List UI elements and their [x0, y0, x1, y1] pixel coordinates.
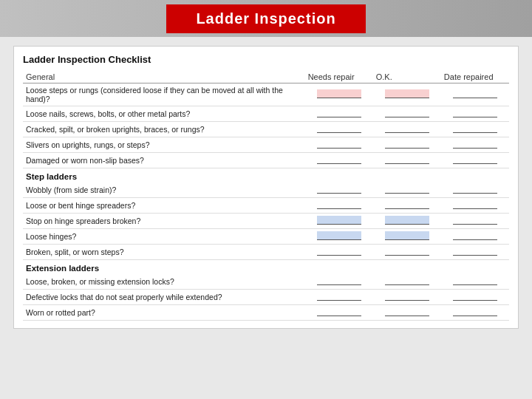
row-description: Stop on hinge spreaders broken? — [23, 214, 305, 229]
ok-field — [385, 155, 429, 164]
section-header: Extension ladders — [23, 260, 509, 275]
ok-field — [385, 216, 429, 225]
date-repaired-field — [453, 185, 497, 194]
ok-field — [385, 185, 429, 194]
needs-repair-cell — [305, 229, 373, 245]
table-row: Worn or rotted part? — [23, 305, 509, 321]
ok-cell — [373, 229, 441, 245]
needs-repair-cell — [305, 305, 373, 321]
date-repaired-cell — [441, 290, 509, 305]
table-row: Stop on hinge spreaders broken? — [23, 214, 509, 229]
needs-repair-field — [317, 124, 361, 133]
table-row: Cracked, spilt, or broken uprights, brac… — [23, 122, 509, 137]
needs-repair-cell — [305, 137, 373, 153]
row-description: Worn or rotted part? — [23, 305, 305, 321]
needs-repair-field — [317, 216, 361, 225]
inspection-table: General Needs repair O.K. Date repaired … — [23, 71, 509, 321]
needs-repair-field — [317, 109, 361, 117]
row-description: Cracked, spilt, or broken uprights, brac… — [23, 122, 305, 137]
col-needs-header: Needs repair — [305, 71, 373, 83]
table-row: Slivers on uprights, rungs, or steps? — [23, 137, 509, 153]
row-description: Defective locks that do not seat properl… — [23, 290, 305, 305]
date-repaired-field — [453, 200, 497, 209]
table-row: Loose, broken, or missing extension lock… — [23, 274, 509, 290]
date-repaired-cell — [441, 305, 509, 321]
col-general-header: General — [23, 71, 305, 83]
row-description: Loose nails, screws, bolts, or other met… — [23, 106, 305, 122]
needs-repair-cell — [305, 106, 373, 122]
section-label: Extension ladders — [23, 260, 509, 275]
ok-field — [385, 307, 429, 316]
row-description: Damaged or worn non-slip bases? — [23, 153, 305, 168]
row-description: Wobbly (from side strain)? — [23, 183, 305, 198]
date-repaired-field — [453, 231, 497, 240]
needs-repair-cell — [305, 122, 373, 137]
ok-cell — [373, 214, 441, 229]
date-repaired-field — [453, 276, 497, 285]
title-box: Ladder Inspection — [166, 4, 365, 33]
table-row: Defective locks that do not seat properl… — [23, 290, 509, 305]
needs-repair-cell — [305, 290, 373, 305]
date-repaired-cell — [441, 137, 509, 153]
needs-repair-field — [317, 247, 361, 256]
needs-repair-field — [317, 155, 361, 164]
col-ok-header: O.K. — [373, 71, 441, 83]
needs-repair-cell — [305, 245, 373, 260]
ok-cell — [373, 245, 441, 260]
needs-repair-cell — [305, 83, 373, 106]
ok-cell — [373, 305, 441, 321]
ok-field — [385, 89, 429, 98]
date-repaired-field — [453, 109, 497, 117]
needs-repair-cell — [305, 153, 373, 168]
ok-cell — [373, 83, 441, 106]
ok-cell — [373, 183, 441, 198]
row-description: Loose hinges? — [23, 229, 305, 245]
date-repaired-field — [453, 140, 497, 149]
date-repaired-cell — [441, 214, 509, 229]
date-repaired-field — [453, 247, 497, 256]
ok-cell — [373, 274, 441, 290]
date-repaired-cell — [441, 229, 509, 245]
ok-field — [385, 292, 429, 301]
col-date-header: Date repaired — [441, 71, 509, 83]
table-row: Loose or bent hinge spreaders? — [23, 198, 509, 214]
needs-repair-field — [317, 276, 361, 285]
page-content: Ladder Inspection Checklist General Need… — [13, 46, 519, 329]
needs-repair-field — [317, 140, 361, 149]
date-repaired-field — [453, 155, 497, 164]
ok-field — [385, 200, 429, 209]
date-repaired-cell — [441, 106, 509, 122]
needs-repair-field — [317, 307, 361, 316]
ok-field — [385, 276, 429, 285]
needs-repair-field — [317, 292, 361, 301]
date-repaired-field — [453, 124, 497, 133]
needs-repair-cell — [305, 198, 373, 214]
date-repaired-field — [453, 292, 497, 301]
header-bar: Ladder Inspection — [0, 0, 532, 37]
row-description: Loose, broken, or missing extension lock… — [23, 274, 305, 290]
page-title: Ladder Inspection — [196, 10, 335, 27]
needs-repair-field — [317, 200, 361, 209]
table-header-row: General Needs repair O.K. Date repaired — [23, 71, 509, 83]
needs-repair-cell — [305, 214, 373, 229]
section-label: Step ladders — [23, 168, 509, 183]
date-repaired-cell — [441, 183, 509, 198]
ok-field — [385, 140, 429, 149]
table-row: Broken, split, or worn steps? — [23, 245, 509, 260]
date-repaired-cell — [441, 245, 509, 260]
ok-field — [385, 124, 429, 133]
needs-repair-cell — [305, 183, 373, 198]
ok-field — [385, 109, 429, 117]
date-repaired-cell — [441, 198, 509, 214]
ok-cell — [373, 290, 441, 305]
row-description: Loose or bent hinge spreaders? — [23, 198, 305, 214]
table-row: Loose nails, screws, bolts, or other met… — [23, 106, 509, 122]
checklist-title: Ladder Inspection Checklist — [23, 54, 509, 65]
date-repaired-field — [453, 307, 497, 316]
needs-repair-cell — [305, 274, 373, 290]
section-header: Step ladders — [23, 168, 509, 183]
table-row: Loose steps or rungs (considered loose i… — [23, 83, 509, 106]
row-description: Slivers on uprights, rungs, or steps? — [23, 137, 305, 153]
date-repaired-cell — [441, 122, 509, 137]
ok-field — [385, 247, 429, 256]
